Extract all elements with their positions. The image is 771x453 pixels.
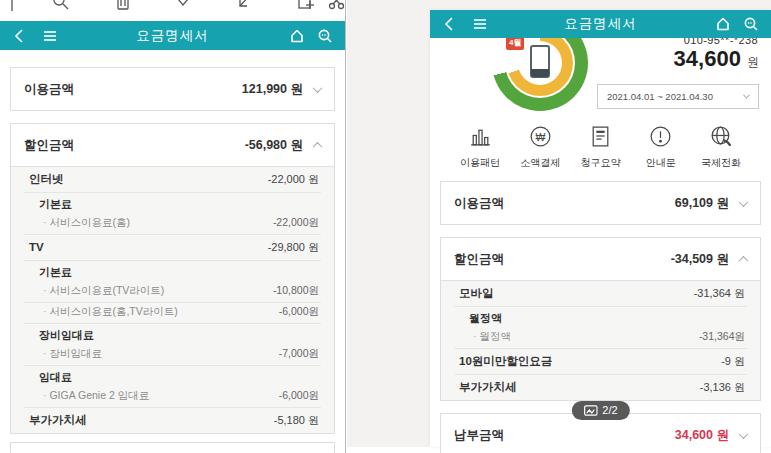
- discount-detail-row: 서비스이용료(홈)-22,000원: [24, 214, 321, 234]
- quick-menu: 이용패턴 ₩ 소액결제 청구요약 안내문 국제전화: [430, 116, 771, 176]
- payment-card: 2/2 납부금액 34,600 원: [440, 413, 761, 453]
- discount-detail-row: 월정액-31,364원: [454, 328, 747, 348]
- international-call-icon: [709, 124, 734, 153]
- chevron-down-icon: [739, 429, 749, 439]
- won-circle-icon: ₩: [528, 124, 553, 153]
- discount-detail-row: 10원미만할인요금-9 원: [454, 348, 747, 374]
- usage-amount: 121,990 원: [242, 81, 303, 98]
- search-icon[interactable]: [317, 28, 333, 44]
- payment-label: 납부금액: [454, 427, 504, 444]
- total-amount: 34,600 원: [674, 46, 759, 72]
- svg-text:₩: ₩: [535, 132, 545, 143]
- back-icon[interactable]: [12, 28, 28, 44]
- discount-card: 할인금액 -56,980 원 인터넷-22,000 원기본료서비스이용료(홈)-…: [10, 123, 335, 434]
- chevron-up-icon: [313, 141, 323, 151]
- discount-detail-row: 기본료: [24, 260, 321, 282]
- usage-card: 이용금액 69,109 원: [440, 181, 761, 225]
- discount-detail-row: 부가가치세-3,136 원: [454, 374, 747, 400]
- smartphone-icon: [530, 45, 550, 78]
- discount-detail-row: 모바일-31,364 원: [454, 281, 747, 306]
- trash-icon[interactable]: [114, 0, 132, 11]
- discount-detail-row: 인터넷-22,000 원: [24, 167, 321, 192]
- chevron-down-icon[interactable]: [174, 0, 192, 11]
- back-icon[interactable]: [442, 16, 458, 32]
- discount-details: 인터넷-22,000 원기본료서비스이용료(홈)-22,000원TV-29,80…: [11, 166, 334, 433]
- payment-accordion[interactable]: 납부금액 65,010 원: [11, 443, 334, 453]
- discount-detail-row: 서비스이용료(TV라이트)-10,800원: [24, 282, 321, 302]
- discount-detail-row: 서비스이용료(홈,TV라이트)-6,000원: [24, 302, 321, 323]
- left-bill-screenshot: 요금명세서 이용금액 121,990 원 할인금액: [0, 0, 346, 453]
- usage-accordion[interactable]: 이용금액 121,990 원: [11, 68, 334, 110]
- discount-detail-row: TV-29,800 원: [24, 234, 321, 260]
- screenshot-canvas: 요금명세서 이용금액 121,990 원 할인금액: [0, 0, 771, 453]
- menu-hamburger-icon[interactable]: [472, 16, 488, 32]
- menu-hamburger-icon[interactable]: [42, 28, 58, 44]
- chevron-up-icon: [739, 255, 749, 265]
- discount-detail-row: 기본료: [24, 192, 321, 214]
- discount-detail-row: 임대료: [24, 365, 321, 387]
- info-circle-icon: [648, 124, 673, 153]
- bill-summary-hero: 4월 010-95**-*238 34,600 원 2021.04.01 ~ 2…: [430, 38, 771, 116]
- bar-chart-icon: [468, 124, 493, 153]
- search-icon[interactable]: [743, 16, 759, 32]
- menu-item-bill-summary[interactable]: 청구요약: [575, 124, 627, 170]
- discount-detail-row: GIGA Genie 2 임대료-6,000원: [24, 387, 321, 407]
- discount-amount: -56,980 원: [245, 137, 303, 154]
- month-tag: 4월: [506, 38, 524, 50]
- chevron-down-icon: [743, 92, 750, 99]
- new-window-icon[interactable]: [296, 0, 314, 11]
- discount-label: 할인금액: [24, 137, 74, 154]
- discount-label: 할인금액: [454, 251, 504, 268]
- chevron-down-icon: [313, 83, 323, 93]
- usage-card: 이용금액 121,990 원: [10, 67, 335, 111]
- right-bill-screenshot: 요금명세서 4월 010-95**-*238 34,600 원 2021.04.…: [430, 10, 771, 447]
- discount-card: 할인금액 -34,509 원 모바일-31,364 원월정액월정액-31,364…: [440, 237, 761, 401]
- discount-detail-row: 월정액: [454, 306, 747, 328]
- chevron-down-icon: [739, 197, 749, 207]
- page-indicator-text: 2/2: [602, 404, 617, 416]
- billing-period-select[interactable]: 2021.04.01 ~ 2021.04.30: [597, 84, 759, 109]
- menu-item-notice[interactable]: 안내문: [635, 124, 687, 170]
- menu-item-international-call[interactable]: 국제전화: [695, 124, 747, 170]
- payment-card: 납부금액 65,010 원: [10, 442, 335, 453]
- usage-accordion[interactable]: 이용금액 69,109 원: [441, 182, 760, 224]
- discount-accordion[interactable]: 할인금액 -56,980 원: [11, 124, 334, 166]
- image-icon: [583, 405, 597, 416]
- home-icon[interactable]: [289, 28, 305, 44]
- usage-label: 이용금액: [24, 81, 74, 98]
- text-cursor-icon[interactable]: [3, 0, 21, 11]
- usage-amount: 69,109 원: [675, 195, 729, 212]
- app-header: 요금명세서: [430, 10, 771, 38]
- menu-item-micro-payment[interactable]: ₩ 소액결제: [514, 124, 566, 170]
- discount-details: 모바일-31,364 원월정액월정액-31,364원10원미만할인요금-9 원부…: [441, 280, 760, 400]
- discount-accordion[interactable]: 할인금액 -34,509 원: [441, 238, 760, 280]
- app-header: 요금명세서: [0, 21, 345, 50]
- cropped-browser-toolbar: [0, 0, 345, 13]
- magnifier-icon[interactable]: [52, 0, 70, 11]
- masked-phone-number: 010-95**-*238: [684, 38, 758, 46]
- discount-detail-row: 부가가치세-5,180 원: [24, 407, 321, 433]
- billing-period-value: 2021.04.01 ~ 2021.04.30: [607, 91, 713, 102]
- discount-detail-row: 장비임대료: [24, 323, 321, 345]
- menu-item-usage-pattern[interactable]: 이용패턴: [454, 124, 506, 170]
- page-indicator-badge: 2/2: [571, 401, 629, 420]
- scissors-icon[interactable]: [328, 0, 345, 11]
- discount-detail-row: 장비임대료-7,000원: [24, 345, 321, 365]
- arrow-down-left-icon[interactable]: [236, 0, 254, 11]
- payment-amount: 34,600 원: [675, 427, 729, 444]
- document-icon: [588, 124, 613, 153]
- usage-label: 이용금액: [454, 195, 504, 212]
- home-icon[interactable]: [715, 16, 731, 32]
- discount-amount: -34,509 원: [671, 251, 729, 268]
